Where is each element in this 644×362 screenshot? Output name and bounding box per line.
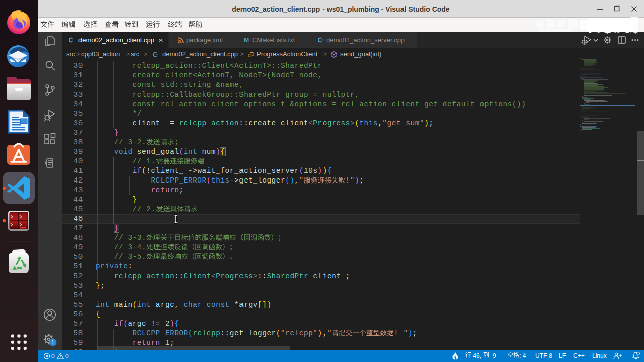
svg-text:0: 0 [51,353,55,360]
svg-text:1: 1 [51,340,54,345]
svg-text:M: M [244,37,249,44]
svg-text:0: 0 [65,353,69,360]
